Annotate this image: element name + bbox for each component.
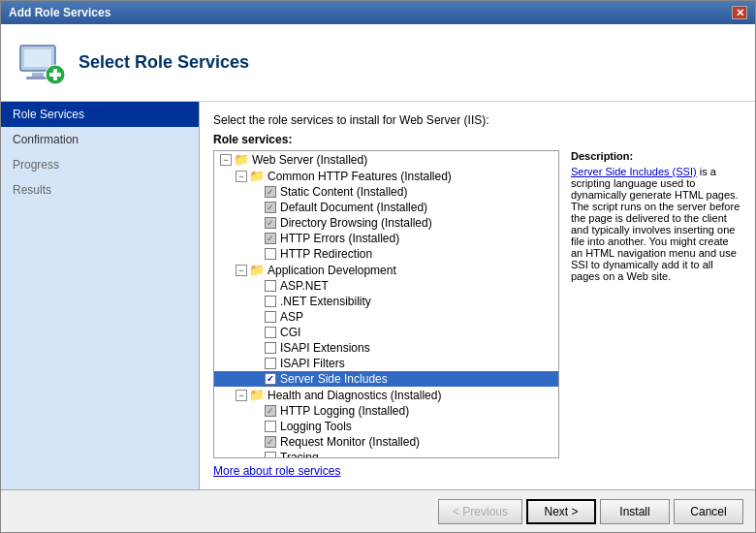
svg-rect-2 [32, 73, 44, 77]
tree-item-label: .NET Extensibility [280, 295, 371, 308]
main-window: Add Role Services ✕ Select Role Services… [0, 0, 756, 533]
folder-icon: 📁 [234, 152, 249, 167]
tree-item-dir-browsing[interactable]: Directory Browsing (Installed) [214, 215, 558, 231]
expand-icon[interactable]: − [236, 171, 247, 182]
tree-item-isapi-ext[interactable]: ISAPI Extensions [214, 340, 558, 356]
folder-icon: 📁 [249, 388, 265, 402]
install-button[interactable]: Install [600, 499, 670, 524]
cancel-button[interactable]: Cancel [674, 499, 743, 524]
tree-item-http-redirect[interactable]: HTTP Redirection [214, 246, 558, 262]
checkbox[interactable] [265, 186, 276, 198]
expand-icon[interactable]: − [220, 154, 232, 166]
tree-item-cgi[interactable]: CGI [214, 325, 558, 340]
checkbox[interactable] [265, 311, 276, 323]
more-about-link[interactable]: More about role services [213, 464, 340, 478]
tree-item-label: HTTP Logging (Installed) [280, 404, 409, 418]
header-icon [16, 38, 67, 88]
tree-item-label: Application Development [268, 264, 396, 277]
next-button[interactable]: Next > [526, 499, 596, 524]
tree-item-label: Default Document (Installed) [280, 201, 427, 214]
content-row: −📁Web Server (Installed)−📁Common HTTP Fe… [213, 150, 741, 458]
tree-item-req-monitor[interactable]: Request Monitor (Installed) [214, 434, 558, 450]
tree-item-label: ASP [280, 310, 303, 324]
content-area: Role Services Confirmation Progress Resu… [1, 102, 755, 489]
tree-item-label: Web Server (Installed) [252, 153, 367, 167]
sidebar-item-progress: Progress [1, 152, 199, 177]
tree-item-label: ASP.NET [280, 279, 329, 293]
close-button[interactable]: ✕ [732, 6, 747, 19]
tree-item-label: Common HTTP Features (Installed) [268, 170, 452, 183]
title-bar: Add Role Services ✕ [1, 1, 755, 24]
header-panel: Select Role Services [1, 24, 755, 102]
checkbox[interactable] [265, 217, 276, 229]
svg-rect-1 [24, 49, 51, 67]
tree-item-label: Static Content (Installed) [280, 185, 407, 199]
expand-icon[interactable]: − [236, 390, 247, 401]
svg-rect-6 [49, 73, 61, 77]
tree-item-label: ISAPI Extensions [280, 341, 370, 355]
sidebar: Role Services Confirmation Progress Resu… [1, 102, 200, 489]
tree-item-label: Server Side Includes [280, 372, 388, 386]
description-panel: Description: Server Side Includes (SSI) … [567, 150, 741, 458]
tree-item-logging-tools[interactable]: Logging Tools [214, 419, 558, 434]
tree-item-label: Request Monitor (Installed) [280, 435, 420, 449]
checkbox[interactable] [265, 436, 276, 448]
checkbox[interactable] [265, 373, 276, 385]
main-panel: Select the role services to install for … [200, 102, 755, 489]
instruction-text: Select the role services to install for … [213, 113, 741, 127]
tree-item-label: CGI [280, 326, 300, 339]
tree-item-tracing[interactable]: Tracing [214, 450, 558, 458]
tree-item-label: Logging Tools [280, 420, 352, 433]
expand-icon[interactable]: − [236, 265, 247, 276]
role-services-label: Role services: [213, 133, 741, 146]
folder-icon: 📁 [249, 263, 265, 277]
header-title: Select Role Services [79, 52, 249, 73]
footer: < Previous Next > Install Cancel [1, 489, 755, 532]
tree-item-label: HTTP Errors (Installed) [280, 232, 399, 245]
tree-item-ssi[interactable]: Server Side Includes [214, 371, 558, 387]
checkbox[interactable] [265, 342, 276, 354]
checkbox[interactable] [265, 296, 276, 307]
description-text-suffix: is a scripting language used to dynamica… [571, 166, 740, 282]
checkbox[interactable] [265, 233, 276, 244]
window-title: Add Role Services [9, 6, 110, 19]
tree-item-app-dev[interactable]: −📁Application Development [214, 262, 558, 278]
checkbox[interactable] [265, 327, 276, 338]
checkbox[interactable] [265, 452, 276, 458]
folder-icon: 📁 [249, 169, 265, 183]
tree-item-label: Health and Diagnostics (Installed) [268, 389, 441, 402]
sidebar-item-confirmation[interactable]: Confirmation [1, 127, 199, 152]
tree-item-static-content[interactable]: Static Content (Installed) [214, 184, 558, 200]
description-title: Description: [571, 150, 741, 162]
tree-item-http-logging[interactable]: HTTP Logging (Installed) [214, 403, 558, 419]
tree-panel[interactable]: −📁Web Server (Installed)−📁Common HTTP Fe… [213, 150, 559, 458]
description-link[interactable]: Server Side Includes (SSI) [571, 166, 697, 177]
tree-item-http-errors[interactable]: HTTP Errors (Installed) [214, 231, 558, 246]
sidebar-item-results: Results [1, 177, 199, 203]
checkbox[interactable] [265, 280, 276, 292]
tree-item-default-doc[interactable]: Default Document (Installed) [214, 200, 558, 215]
tree-item-asp[interactable]: ASP [214, 309, 558, 325]
checkbox[interactable] [265, 202, 276, 213]
description-body: Server Side Includes (SSI) is a scriptin… [571, 166, 741, 282]
tree-item-isapi-filter[interactable]: ISAPI Filters [214, 356, 558, 371]
checkbox[interactable] [265, 421, 276, 432]
previous-button[interactable]: < Previous [438, 499, 522, 524]
tree-item-label: ISAPI Filters [280, 357, 345, 370]
checkbox[interactable] [265, 358, 276, 369]
sidebar-item-role-services[interactable]: Role Services [1, 102, 199, 127]
tree-item-health-diag[interactable]: −📁Health and Diagnostics (Installed) [214, 387, 558, 403]
checkbox[interactable] [265, 248, 276, 260]
more-link-row: More about role services [213, 464, 741, 478]
tree-item-common-http[interactable]: −📁Common HTTP Features (Installed) [214, 168, 558, 184]
tree-item-label: Directory Browsing (Installed) [280, 216, 432, 230]
tree-item-asp-net[interactable]: ASP.NET [214, 278, 558, 294]
tree-item-web-server[interactable]: −📁Web Server (Installed) [214, 151, 558, 168]
tree-item-net-ext[interactable]: .NET Extensibility [214, 294, 558, 309]
checkbox[interactable] [265, 405, 276, 417]
tree-item-label: HTTP Redirection [280, 247, 372, 261]
tree-item-label: Tracing [280, 451, 319, 458]
